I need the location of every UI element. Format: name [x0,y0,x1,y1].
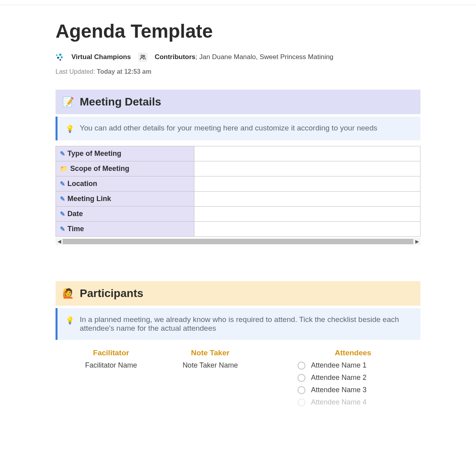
attendee-item: Attendee Name 2 [298,374,409,382]
notepad-icon: 📝 [62,96,74,107]
row-location-label[interactable]: ✎Location [56,176,194,192]
row-meeting-link-value[interactable] [194,192,420,207]
attendee-checkbox[interactable] [298,399,305,406]
table-row: 📁Scope of Meeting [56,161,420,176]
participants-grid: Facilitator Facilitator Name Note Taker … [56,349,420,406]
scroll-left-icon[interactable]: ◀ [56,238,63,245]
raising-hand-icon: 🙋 [62,288,74,299]
attendee-checkbox[interactable] [298,362,305,370]
pencil-icon: ✎ [60,211,65,217]
attendee-item: Attendee Name 1 [298,361,409,370]
svg-point-1 [143,55,145,57]
table-row: ✎Location [56,176,420,192]
attendee-name[interactable]: Attendee Name 3 [311,386,367,394]
notetaker-name[interactable]: Note Taker Name [167,361,254,370]
participants-callout[interactable]: 💡 In a planned meeting, we already know … [56,308,420,340]
meta-row: Virtual Champions Contributors; Jan Duan… [56,52,420,62]
row-meeting-link-label[interactable]: ✎Meeting Link [56,192,194,207]
pencil-icon: ✎ [60,226,65,232]
horizontal-scrollbar[interactable]: ◀ ▶ [56,238,420,245]
attendee-list: Attendee Name 1 Attendee Name 2 Attendee… [298,361,409,406]
team-logo-icon [56,53,64,61]
table-row: ✎Date [56,207,420,222]
attendee-item: Attendee Name 4 [298,398,409,406]
page-container: Agenda Template Virtual Champions Contri… [48,20,428,410]
page-title: Agenda Template [56,20,420,42]
participants-callout-text: In a planned meeting, we already know wh… [80,315,413,333]
attendee-item: Attendee Name 3 [298,386,409,394]
attendee-checkbox[interactable] [298,374,305,382]
contributors-block[interactable]: Contributors; Jan Duane Manalo, Sweet Pr… [155,53,334,61]
contributors-name-list: Jan Duane Manalo, Sweet Princess Matinin… [199,53,333,61]
notetaker-column: Note Taker Note Taker Name [167,349,254,406]
pencil-icon: ✎ [60,195,65,202]
table-row: ✎Time [56,222,420,237]
row-scope-of-meeting-value[interactable] [194,161,420,176]
contributors-names: ; [196,53,199,61]
attendee-checkbox[interactable] [298,386,305,394]
scroll-thumb[interactable] [63,239,413,244]
top-divider [0,5,476,5]
facilitator-name[interactable]: Facilitator Name [67,361,155,370]
meeting-details-heading: Meeting Details [80,96,161,108]
team-name[interactable]: Virtual Champions [71,53,131,61]
svg-point-0 [141,55,143,57]
contributors-icon [138,52,148,62]
attendee-name[interactable]: Attendee Name 1 [311,361,367,370]
row-type-of-meeting-label[interactable]: ✎Type of Meeting [56,146,194,161]
row-time-value[interactable] [194,222,420,237]
facilitator-label: Facilitator [67,349,155,357]
row-time-label[interactable]: ✎Time [56,222,194,237]
row-location-value[interactable] [194,176,420,192]
attendee-name[interactable]: Attendee Name 4 [311,398,367,406]
notetaker-label: Note Taker [167,349,254,357]
participants-header: 🙋 Participants [56,281,420,306]
lightbulb-icon: 💡 [65,125,74,133]
participants-heading: Participants [80,287,143,300]
row-type-of-meeting-value[interactable] [194,146,420,161]
table-row: ✎Type of Meeting [56,146,420,161]
pencil-icon: ✎ [60,150,65,157]
contributors-label: Contributors [155,53,196,61]
section-gap [56,245,420,281]
meeting-details-table: ✎Type of Meeting 📁Scope of Meeting ✎Loca… [56,146,420,237]
row-date-label[interactable]: ✎Date [56,207,194,222]
attendees-column: Attendees Attendee Name 1 Attendee Name … [266,349,409,406]
last-updated: Last Updated: Today at 12:53 am [56,68,420,75]
meeting-details-callout[interactable]: 💡 You can add other details for your mee… [56,117,420,140]
row-scope-of-meeting-label[interactable]: 📁Scope of Meeting [56,161,194,176]
row-date-value[interactable] [194,207,420,222]
pencil-icon: ✎ [60,180,65,187]
last-updated-value: Today at 12:53 am [97,68,152,75]
attendee-name[interactable]: Attendee Name 2 [311,374,367,382]
folder-icon: 📁 [60,165,68,172]
bottom-cutoff [56,406,420,410]
scroll-right-icon[interactable]: ▶ [413,238,420,245]
meeting-details-callout-text: You can add other details for your meeti… [80,124,377,132]
last-updated-label: Last Updated: [56,68,95,75]
facilitator-column: Facilitator Facilitator Name [67,349,155,406]
attendees-label: Attendees [298,349,409,357]
lightbulb-icon: 💡 [65,316,74,325]
table-row: ✎Meeting Link [56,192,420,207]
meeting-details-header: 📝 Meeting Details [56,90,420,114]
